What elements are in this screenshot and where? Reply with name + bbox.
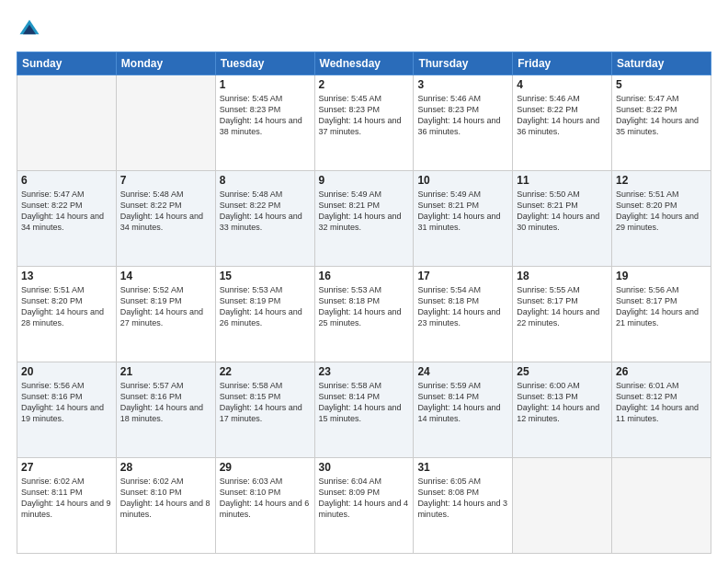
day-info: Sunrise: 5:57 AMSunset: 8:16 PMDaylight:… [120,380,211,425]
day-info: Sunrise: 6:05 AMSunset: 8:08 PMDaylight:… [417,476,508,521]
calendar-cell [612,458,711,554]
calendar-cell: 9Sunrise: 5:49 AMSunset: 8:21 PMDaylight… [314,171,414,267]
calendar-cell: 23Sunrise: 5:58 AMSunset: 8:14 PMDayligh… [314,362,414,458]
calendar-cell: 29Sunrise: 6:03 AMSunset: 8:10 PMDayligh… [215,458,314,554]
weekday-header-tuesday: Tuesday [215,52,314,75]
calendar-cell: 22Sunrise: 5:58 AMSunset: 8:15 PMDayligh… [215,362,314,458]
day-number: 20 [21,365,112,378]
day-info: Sunrise: 6:01 AMSunset: 8:12 PMDaylight:… [616,380,707,425]
day-number: 4 [517,78,608,91]
calendar-cell: 11Sunrise: 5:50 AMSunset: 8:21 PMDayligh… [513,171,612,267]
day-number: 23 [319,365,410,378]
day-number: 21 [120,365,211,378]
day-info: Sunrise: 5:55 AMSunset: 8:17 PMDaylight:… [517,284,608,329]
calendar-cell [513,458,612,554]
weekday-header-thursday: Thursday [414,52,513,75]
calendar-cell: 19Sunrise: 5:56 AMSunset: 8:17 PMDayligh… [612,267,711,362]
day-info: Sunrise: 6:04 AMSunset: 8:09 PMDaylight:… [319,476,410,521]
calendar-cell: 3Sunrise: 5:46 AMSunset: 8:23 PMDaylight… [414,75,513,171]
weekday-header-friday: Friday [513,52,612,75]
day-info: Sunrise: 6:03 AMSunset: 8:10 PMDaylight:… [220,476,311,521]
day-info: Sunrise: 5:48 AMSunset: 8:22 PMDaylight:… [120,189,211,234]
day-info: Sunrise: 5:56 AMSunset: 8:17 PMDaylight:… [616,284,707,329]
day-number: 8 [220,174,311,187]
day-number: 11 [517,174,608,187]
calendar-cell: 7Sunrise: 5:48 AMSunset: 8:22 PMDaylight… [116,171,215,267]
day-info: Sunrise: 5:45 AMSunset: 8:23 PMDaylight:… [319,93,410,138]
week-row-4: 20Sunrise: 5:56 AMSunset: 8:16 PMDayligh… [17,362,711,458]
day-number: 5 [616,78,707,91]
day-number: 19 [616,270,707,282]
calendar-cell: 12Sunrise: 5:51 AMSunset: 8:20 PMDayligh… [612,171,711,267]
day-info: Sunrise: 5:58 AMSunset: 8:14 PMDaylight:… [319,380,410,425]
calendar-cell: 13Sunrise: 5:51 AMSunset: 8:20 PMDayligh… [17,267,117,362]
day-info: Sunrise: 5:45 AMSunset: 8:23 PMDaylight:… [220,93,311,138]
day-info: Sunrise: 5:47 AMSunset: 8:22 PMDaylight:… [616,93,707,138]
day-info: Sunrise: 5:49 AMSunset: 8:21 PMDaylight:… [417,189,508,234]
week-row-5: 27Sunrise: 6:02 AMSunset: 8:11 PMDayligh… [17,458,711,554]
calendar-cell: 17Sunrise: 5:54 AMSunset: 8:18 PMDayligh… [414,267,513,362]
day-info: Sunrise: 5:53 AMSunset: 8:19 PMDaylight:… [220,284,311,329]
day-info: Sunrise: 5:56 AMSunset: 8:16 PMDaylight:… [21,380,112,425]
day-info: Sunrise: 5:50 AMSunset: 8:21 PMDaylight:… [517,189,608,234]
day-number: 29 [220,461,311,474]
day-info: Sunrise: 5:53 AMSunset: 8:18 PMDaylight:… [319,284,410,329]
day-info: Sunrise: 5:59 AMSunset: 8:14 PMDaylight:… [417,380,508,425]
week-row-2: 6Sunrise: 5:47 AMSunset: 8:22 PMDaylight… [17,171,711,267]
calendar-cell: 27Sunrise: 6:02 AMSunset: 8:11 PMDayligh… [17,458,117,554]
day-info: Sunrise: 5:51 AMSunset: 8:20 PMDaylight:… [21,284,112,329]
day-info: Sunrise: 5:52 AMSunset: 8:19 PMDaylight:… [120,284,211,329]
day-info: Sunrise: 6:00 AMSunset: 8:13 PMDaylight:… [517,380,608,425]
day-number: 26 [616,365,707,378]
week-row-3: 13Sunrise: 5:51 AMSunset: 8:20 PMDayligh… [17,267,711,362]
day-number: 24 [417,365,508,378]
weekday-header-sunday: Sunday [17,52,117,75]
day-number: 6 [21,174,112,187]
logo-icon [17,17,42,42]
week-row-1: 1Sunrise: 5:45 AMSunset: 8:23 PMDaylight… [17,75,711,171]
calendar-cell [116,75,215,171]
calendar-cell: 4Sunrise: 5:46 AMSunset: 8:22 PMDaylight… [513,75,612,171]
day-info: Sunrise: 5:46 AMSunset: 8:23 PMDaylight:… [417,93,508,138]
day-number: 22 [220,365,311,378]
calendar-cell: 26Sunrise: 6:01 AMSunset: 8:12 PMDayligh… [612,362,711,458]
day-number: 18 [517,270,608,282]
day-number: 14 [120,270,211,282]
calendar-cell: 24Sunrise: 5:59 AMSunset: 8:14 PMDayligh… [414,362,513,458]
day-number: 12 [616,174,707,187]
calendar-cell: 6Sunrise: 5:47 AMSunset: 8:22 PMDaylight… [17,171,117,267]
day-info: Sunrise: 5:46 AMSunset: 8:22 PMDaylight:… [517,93,608,138]
day-info: Sunrise: 6:02 AMSunset: 8:10 PMDaylight:… [120,476,211,521]
day-number: 3 [417,78,508,91]
calendar-cell: 5Sunrise: 5:47 AMSunset: 8:22 PMDaylight… [612,75,711,171]
weekday-header-monday: Monday [116,52,215,75]
day-number: 10 [417,174,508,187]
calendar-cell: 21Sunrise: 5:57 AMSunset: 8:16 PMDayligh… [116,362,215,458]
calendar-cell: 28Sunrise: 6:02 AMSunset: 8:10 PMDayligh… [116,458,215,554]
day-info: Sunrise: 6:02 AMSunset: 8:11 PMDaylight:… [21,476,112,521]
day-number: 27 [21,461,112,474]
day-number: 30 [319,461,410,474]
day-number: 9 [319,174,410,187]
weekday-header-saturday: Saturday [612,52,711,75]
calendar-cell: 8Sunrise: 5:48 AMSunset: 8:22 PMDaylight… [215,171,314,267]
calendar-table: SundayMondayTuesdayWednesdayThursdayFrid… [17,52,711,554]
day-number: 16 [319,270,410,282]
day-number: 17 [417,270,508,282]
day-number: 25 [517,365,608,378]
day-number: 1 [220,78,311,91]
day-number: 31 [417,461,508,474]
calendar-cell: 30Sunrise: 6:04 AMSunset: 8:09 PMDayligh… [314,458,414,554]
day-number: 28 [120,461,211,474]
day-info: Sunrise: 5:58 AMSunset: 8:15 PMDaylight:… [220,380,311,425]
day-info: Sunrise: 5:48 AMSunset: 8:22 PMDaylight:… [220,189,311,234]
day-info: Sunrise: 5:49 AMSunset: 8:21 PMDaylight:… [319,189,410,234]
calendar-cell: 18Sunrise: 5:55 AMSunset: 8:17 PMDayligh… [513,267,612,362]
logo [17,17,46,42]
day-number: 2 [319,78,410,91]
calendar-cell: 10Sunrise: 5:49 AMSunset: 8:21 PMDayligh… [414,171,513,267]
page: SundayMondayTuesdayWednesdayThursdayFrid… [0,0,728,563]
calendar-cell [17,75,117,171]
calendar-cell: 31Sunrise: 6:05 AMSunset: 8:08 PMDayligh… [414,458,513,554]
weekday-header-wednesday: Wednesday [314,52,414,75]
